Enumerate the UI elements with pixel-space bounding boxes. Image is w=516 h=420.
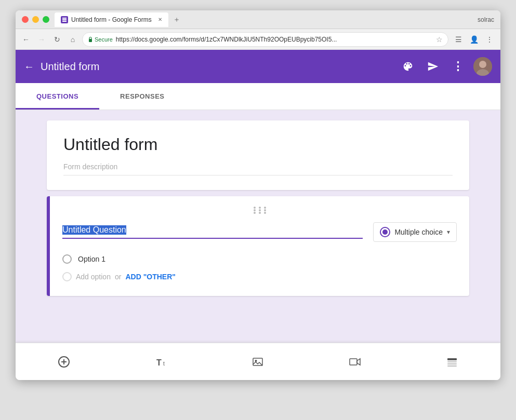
svg-point-9 [264,207,266,209]
extensions-button[interactable]: ☰ [452,33,465,46]
tab-favicon [61,16,68,23]
account-button[interactable]: 👤 [467,33,481,46]
svg-rect-2 [62,21,67,22]
svg-point-8 [259,207,261,209]
bookmark-button[interactable]: ☆ [436,35,443,44]
option-1-label[interactable]: Option 1 [78,255,105,263]
svg-point-15 [264,212,266,214]
video-button[interactable] [342,349,367,374]
question-row: Multiple choice ▾ [62,222,457,242]
svg-rect-24 [447,363,457,364]
svg-point-11 [259,209,261,211]
forward-nav-button[interactable]: → [35,33,48,46]
tab-close-icon[interactable]: ✕ [158,17,162,22]
svg-text:t: t [163,361,165,367]
avatar[interactable] [473,57,492,76]
add-option-text[interactable]: Add option [76,273,111,281]
title-bar: Untitled form - Google Forms ✕ ＋ solrac [16,10,500,29]
browser-window: Untitled form - Google Forms ✕ ＋ solrac … [16,10,500,380]
svg-point-13 [254,212,256,214]
tab-bar: Untitled form - Google Forms ✕ ＋ [55,12,478,27]
question-type-label: Multiple choice [394,228,443,236]
tab-questions[interactable]: QUESTIONS [16,83,99,110]
image-button[interactable] [245,349,270,374]
text-button[interactable]: T t [149,349,174,374]
radio-type-icon [380,227,390,237]
form-description-placeholder[interactable]: Form description [63,158,453,175]
close-button[interactable] [22,16,29,23]
svg-rect-25 [447,365,457,367]
minimize-button[interactable] [32,16,39,23]
drag-handle [62,207,457,216]
question-input-wrapper [62,222,363,239]
app-header: ← Untitled form ⋮ [16,50,500,83]
more-options-button[interactable]: ⋮ [448,57,467,76]
url-bar[interactable]: Secure https://docs.google.com/forms/d/1… [82,32,448,47]
active-tab[interactable]: Untitled form - Google Forms ✕ [55,12,168,27]
tab-responses[interactable]: RESPONSES [99,83,185,110]
back-nav-button[interactable]: ← [20,33,32,46]
secure-badge: Secure [88,36,113,43]
address-bar: ← → ↻ ⌂ Secure https://docs.google.com/f… [16,29,500,50]
tab-title: Untitled form - Google Forms [71,16,152,23]
add-other-button[interactable]: ADD "OTHER" [125,273,176,281]
option-1-row: Option 1 [62,250,457,268]
svg-rect-21 [350,359,357,365]
reload-button[interactable]: ↻ [51,33,63,46]
svg-point-14 [259,212,261,214]
form-title: Untitled form [63,135,453,154]
window-controls [22,16,49,23]
add-option-or-text: or [115,273,121,281]
question-type-selector[interactable]: Multiple choice ▾ [373,222,457,242]
home-button[interactable]: ⌂ [67,33,79,46]
svg-point-5 [479,61,486,68]
palette-button[interactable] [399,57,417,76]
svg-rect-23 [447,361,457,362]
option-1-radio [62,254,72,264]
tabs-container: QUESTIONS RESPONSES [16,83,500,110]
url-text: https://docs.google.com/forms/d/1zCx7WND… [116,36,337,43]
svg-rect-3 [89,39,92,42]
svg-rect-0 [62,18,67,19]
svg-point-20 [255,360,257,362]
svg-rect-1 [62,19,67,20]
svg-point-10 [254,209,256,211]
add-option-row: Add option or ADD "OTHER" [62,268,457,286]
app-body: QUESTIONS RESPONSES Untitled form Form d… [16,83,500,343]
address-bar-icons: ☰ 👤 ⋮ [452,33,496,46]
app-title: Untitled form [41,61,399,73]
question-card: Multiple choice ▾ Option 1 Add option or… [47,196,469,296]
svg-point-7 [254,207,256,209]
svg-text:T: T [156,358,162,367]
svg-rect-22 [447,358,457,360]
new-tab-button[interactable]: ＋ [170,13,183,26]
bottom-toolbar: T t [16,343,500,380]
maximize-button[interactable] [43,16,49,23]
header-actions: ⋮ [399,57,492,76]
svg-point-12 [264,209,266,211]
add-option-radio [62,272,72,281]
secure-label: Secure [95,36,113,43]
send-button[interactable] [424,57,442,76]
dropdown-arrow-icon: ▾ [447,228,450,236]
user-name: solrac [478,16,494,23]
section-button[interactable] [440,349,465,374]
settings-button[interactable]: ⋮ [483,33,496,46]
form-tabs: QUESTIONS RESPONSES [16,83,500,110]
question-title-input[interactable] [62,222,363,239]
form-title-card: Untitled form Form description [47,120,469,190]
add-element-button[interactable] [51,349,76,374]
back-button[interactable]: ← [24,61,34,73]
